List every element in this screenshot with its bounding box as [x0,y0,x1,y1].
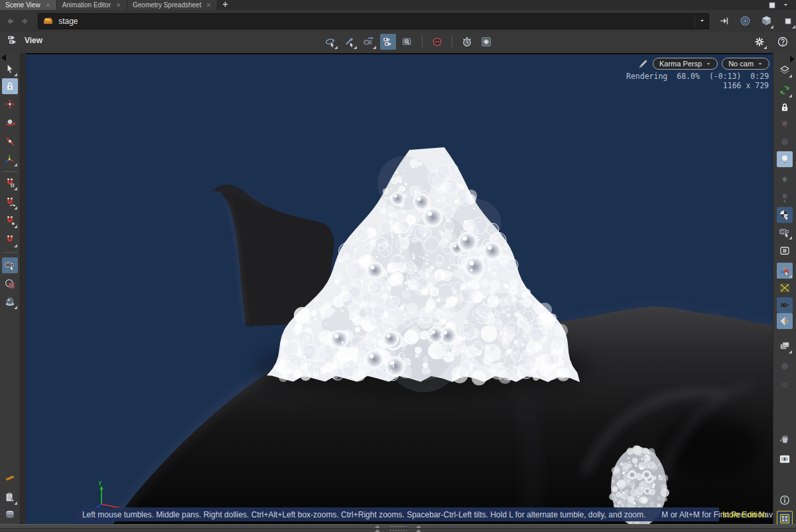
overlay-off-b[interactable] [777,377,793,393]
camera-menu-button[interactable]: No cam [722,58,769,70]
tab-label: Animation Editor [62,1,111,9]
select-tool[interactable] [2,61,18,77]
pane-link-icon[interactable] [780,13,796,29]
karma-render-image [26,54,774,524]
handles-tool[interactable] [2,151,18,167]
tab-label: Scene View [5,1,40,9]
image-planes[interactable] [777,338,793,354]
rotate-tool[interactable] [2,115,18,131]
splitter-grip[interactable] [389,529,407,532]
viewport-info[interactable] [777,492,793,508]
render-percent: 68.0% [677,72,700,81]
close-icon[interactable] [45,2,51,8]
pane-menu-caret-icon[interactable] [783,1,791,9]
snap-points-tool[interactable] [2,213,18,229]
flipbook-tool[interactable] [2,294,18,310]
display-material-sphere[interactable] [777,207,793,223]
toolbar-separator [422,35,423,48]
pause-render-toggle[interactable] [777,243,793,259]
stow-arrow-icon[interactable] [1,54,6,61]
camera-list-tool[interactable] [380,34,396,50]
annotate-tool[interactable] [2,490,18,505]
edition-badge: Indie Edition [722,510,766,519]
render-status-label: Rendering [626,72,667,81]
back-button[interactable] [4,15,16,27]
dolly-view-tool[interactable] [361,34,377,50]
lighting-normal[interactable] [777,172,793,188]
viewport-options[interactable] [752,34,767,50]
toolbar-separator [3,252,17,253]
follow-selection-icon[interactable] [738,14,752,29]
renderer-menu-button[interactable]: Karma Persp [653,58,718,70]
inspect-pixels[interactable] [777,451,793,467]
render-status: Rendering68.0%(-0:13)0:29 1166 x 729 [626,72,769,90]
overlay-off-a[interactable] [777,358,793,374]
move-tool[interactable] [2,96,18,112]
lighting-headlight[interactable] [777,151,793,167]
forward-button[interactable] [20,15,32,27]
viewport-help-bar: Left mouse tumbles. Middle pans. Right d… [76,507,719,521]
path-history-caret-icon[interactable] [695,15,708,28]
pin-pane-icon[interactable] [717,14,732,29]
annotate-pencil-icon[interactable] [637,58,649,70]
close-icon[interactable] [115,2,121,8]
path-field[interactable]: stage [38,13,709,29]
scene-stack-tool[interactable] [2,507,18,523]
pane-splitter-bottom[interactable] [0,528,796,532]
view-tool[interactable] [2,257,18,273]
view-pane-icon [7,34,20,47]
render-timer[interactable] [459,34,475,50]
shaded-display-mode[interactable] [777,263,793,279]
tumble-view-tool[interactable] [322,34,338,50]
background-checker-toggle[interactable] [777,313,793,329]
view-toolbar-title: View [25,36,42,45]
stow-arrow-icon[interactable] [790,56,795,62]
maximize-pane-icon[interactable] [768,1,776,9]
view-toolbar: View [0,32,796,54]
render-time-remaining: (-0:13) [709,72,741,81]
tab-geometry-spreadsheet[interactable]: Geometry Spreadsheet [127,0,218,10]
lighting-off[interactable] [777,117,793,133]
secure-selection-toggle[interactable] [2,78,18,94]
render-region-tool[interactable] [2,276,18,292]
scene-viewport[interactable]: Karma Persp No cam Rendering68.0%(-0:13)… [26,53,773,525]
lock-camera-toggle[interactable] [777,100,793,115]
scale-tool[interactable] [2,133,18,149]
svg-text:y: y [98,479,102,486]
viewport-right-toolbar [773,53,796,524]
path-nav-bar: stage [0,10,796,33]
renderer-menu-label: Karma Persp [659,60,702,68]
lighting-flat[interactable] [777,134,793,150]
scene-snapshot[interactable] [777,82,793,98]
splitter-arrow-icon[interactable] [416,529,421,532]
snapshot-camera-toggle[interactable] [777,297,793,313]
toolbar-separator [3,171,17,172]
new-tab-button[interactable] [218,0,232,10]
render-resolution: 1166 x 729 [723,81,769,90]
toolbar-gutter [21,53,26,524]
close-icon[interactable] [206,2,212,8]
pane-tab-bar: Scene View Animation Editor Geometry Spr… [0,0,796,10]
disable-live-render-toggle[interactable] [429,34,445,50]
plus-icon [222,1,229,9]
snap-arc-tool[interactable] [2,194,18,210]
render-settings[interactable] [478,34,494,50]
display-options[interactable] [777,62,793,78]
splitter-arrow-icon[interactable] [375,529,380,532]
path-value: stage [58,17,78,26]
tab-scene-view[interactable]: Scene View [0,0,57,10]
material-paint[interactable] [777,431,793,447]
camera-menu-label: No cam [728,60,754,68]
tab-animation-editor[interactable]: Animation Editor [57,0,127,10]
help[interactable] [775,34,791,50]
node-type-cube-icon[interactable] [758,13,774,29]
zoom-box-tool[interactable] [399,34,415,50]
camera-inspect[interactable] [777,224,793,240]
snap-grid-tool[interactable] [2,175,18,191]
pan-view-tool[interactable] [342,34,358,50]
viewport-left-toolbar [0,53,21,524]
lighting-high-quality[interactable] [777,190,793,206]
measure-tool[interactable] [2,469,18,485]
snap-tool[interactable] [2,232,18,248]
wireframe-template-toggle[interactable] [777,280,793,296]
